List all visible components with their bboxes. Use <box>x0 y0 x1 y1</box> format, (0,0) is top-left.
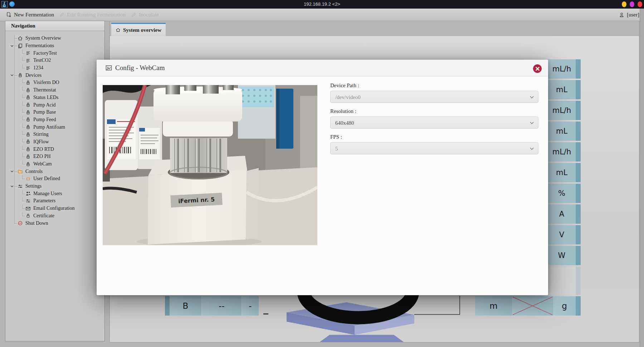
sliders-icon <box>18 184 23 189</box>
home-icon <box>116 28 121 33</box>
unit-strip <box>576 59 581 79</box>
sidebar-item-email-configuration[interactable]: Email Configuration <box>5 205 104 212</box>
device-icon <box>18 73 23 78</box>
device-path-select[interactable]: /dev/video0 <box>330 91 538 103</box>
resolution-field: Resolution : 640x480 <box>330 108 538 129</box>
window-titlebar: 192.168.19.2 <2> <box>0 0 644 9</box>
close-x-icon <box>535 66 540 71</box>
dialog-titlebar: Config - WebCam <box>97 60 548 76</box>
device-icon <box>25 124 31 130</box>
sidebar-item-ezo-ph[interactable]: EZO PH <box>5 153 104 160</box>
config-webcam-dialog: Config - WebCam <box>97 60 548 295</box>
cross-icon <box>512 296 553 316</box>
unit-strip <box>576 204 581 224</box>
device-path-label: Device Path : <box>330 83 538 89</box>
chevron-down-icon[interactable] <box>10 73 14 77</box>
new-document-icon <box>6 12 11 18</box>
row-strip <box>165 296 170 316</box>
sidebar-item-pump-acid[interactable]: Pump Acid <box>5 101 104 109</box>
sidebar-item-certificate[interactable]: Certificate <box>5 212 104 220</box>
tick-mark <box>263 313 268 314</box>
sidebar-item-thermostat[interactable]: Thermostat <box>5 86 104 94</box>
sidebar-item-ezo-rtd[interactable]: EZO RTD <box>5 145 104 153</box>
chevron-down-icon[interactable] <box>10 184 14 188</box>
chevron-down-icon[interactable] <box>10 169 14 173</box>
device-icon <box>25 162 31 167</box>
sidebar-item-pump-antifoam[interactable]: Pump Antifoam <box>5 123 104 131</box>
sidebar-item-system-overview[interactable]: System Overview <box>5 35 104 42</box>
sidebar-item-factorytest[interactable]: FactoryTest <box>5 49 104 57</box>
unit-cell: mL/h <box>548 101 576 120</box>
sidebar-item-user-defined[interactable]: User Defined <box>5 175 104 183</box>
unit-strip <box>576 184 581 203</box>
bottom-cell-b: B <box>170 296 201 316</box>
row-strip <box>576 296 581 316</box>
unit-strip <box>576 101 581 120</box>
list-icon <box>25 50 31 56</box>
bottom-cell-m: m <box>475 296 512 316</box>
sidebar-item-iqflow[interactable]: IQFlow <box>5 138 104 146</box>
device-icon <box>25 132 31 137</box>
sidebar-item-1234[interactable]: 1234 <box>5 64 104 72</box>
bottom-cell-cross <box>512 296 553 316</box>
sidebar-item-pump-feed[interactable]: Pump Feed <box>5 116 104 124</box>
chevron-down-icon[interactable] <box>10 44 14 48</box>
sidebar-item-controls[interactable]: Controls <box>5 168 104 175</box>
resolution-label: Resolution : <box>330 108 538 114</box>
sidebar-item-testco2[interactable]: TestCO2 <box>5 57 104 64</box>
window-dot-red[interactable] <box>638 1 642 7</box>
person-icon <box>619 12 624 18</box>
unit-cell: V <box>548 225 576 244</box>
sidebar-item-visiferm-do[interactable]: Visiferm DO <box>5 79 104 86</box>
users-icon <box>25 191 31 196</box>
device-icon <box>25 95 31 100</box>
sidebar-item-shut-down[interactable]: Shut Down <box>5 219 104 227</box>
folder-icon <box>18 169 23 174</box>
navigation-tree: System Overview Fermentations FactoryTes… <box>5 31 104 227</box>
mail-icon <box>25 206 31 211</box>
unit-strip <box>576 225 581 244</box>
tab-system-overview[interactable]: System overview <box>111 23 166 36</box>
bottom-cell-dashes: -- <box>202 296 241 316</box>
pencil-icon <box>131 12 136 18</box>
window-dot-yellow[interactable] <box>622 1 626 7</box>
device-icon <box>25 102 31 108</box>
unit-cell: mL/h <box>548 142 576 162</box>
close-button[interactable] <box>533 64 542 73</box>
chevron-down-icon <box>530 147 534 150</box>
sidebar-item-status-leds[interactable]: Status LEDs <box>5 94 104 101</box>
sidebar-item-stirring[interactable]: Stirring <box>5 131 104 138</box>
sidebar-item-pump-base[interactable]: Pump Base <box>5 109 104 116</box>
device-icon <box>25 154 31 159</box>
device-path-field: Device Path : /dev/video0 <box>330 83 538 103</box>
pages-icon <box>18 43 23 49</box>
unit-strip <box>576 267 581 295</box>
sidebar-item-manage-users[interactable]: Manage Users <box>5 190 104 197</box>
unit-cell: mL <box>548 163 576 182</box>
sidebar-item-devices[interactable]: Devices <box>5 71 104 79</box>
new-fermentation-button[interactable]: New Fermentation <box>6 9 54 21</box>
resolution-select[interactable]: 640x480 <box>330 117 538 129</box>
inoculate-button: Inoculate <box>131 9 159 21</box>
toolbar: New Fermentation Edit Running Fermentati… <box>0 9 644 21</box>
sidebar-item-webcam[interactable]: WebCam <box>5 160 104 168</box>
unit-strip <box>576 80 581 99</box>
chevron-down-icon <box>530 122 534 124</box>
fps-select[interactable]: 5 <box>330 142 538 154</box>
sidebar-item-settings[interactable]: Settings <box>5 183 104 190</box>
user-menu[interactable]: [user] <box>619 9 639 21</box>
unit-cell: W <box>548 246 576 265</box>
picture-icon <box>105 64 112 71</box>
list-icon <box>25 58 31 63</box>
unit-cell: % <box>548 184 576 203</box>
sidebar-item-fermentations[interactable]: Fermentations <box>5 42 104 50</box>
dialog-title: Config - WebCam <box>115 60 165 76</box>
fps-field: FPS : 5 <box>330 134 538 154</box>
sidebar-item-parameters[interactable]: Parameters <box>5 197 104 205</box>
window-title: 192.168.19.2 <2> <box>0 0 644 9</box>
platform-pedestal <box>319 335 405 342</box>
bottom-cell-dash: - <box>242 296 259 316</box>
unit-cell: mL <box>548 122 576 141</box>
unit-strip <box>576 163 581 182</box>
window-dot-magenta[interactable] <box>630 1 634 7</box>
